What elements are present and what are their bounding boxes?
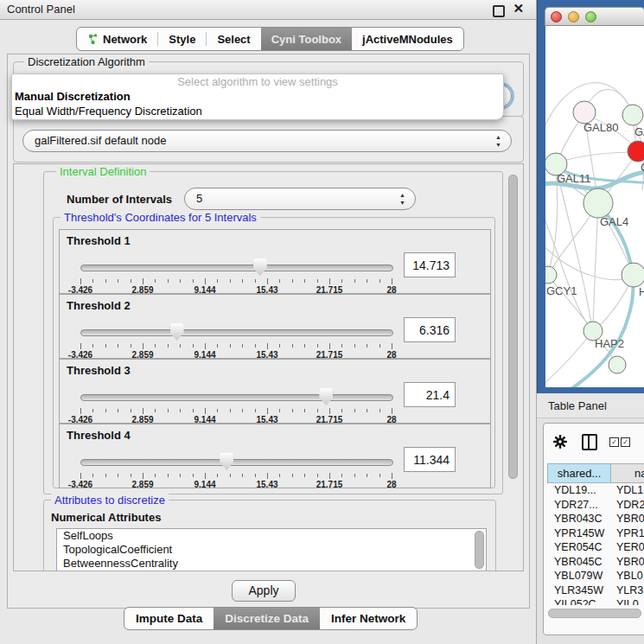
node-label: C — [641, 161, 644, 174]
list-item[interactable]: BetweennessCentrality — [57, 557, 486, 571]
slider-thumb[interactable] — [170, 323, 184, 341]
cell-shared-name: YPR145W — [547, 526, 611, 541]
number-of-intervals-combobox[interactable]: 5 ▲▼ — [184, 188, 416, 210]
slider-track[interactable] — [80, 329, 393, 336]
tab-infer-network[interactable]: Infer Network — [320, 608, 417, 629]
network-node[interactable] — [545, 266, 557, 284]
cyni-toolbox-panel: Discretization Algorithm ▲▼ Select algor… — [7, 54, 530, 609]
cell-name: YDL1 — [611, 483, 644, 498]
slider-thumb[interactable] — [253, 258, 267, 276]
group-label: Attributes to discretize — [51, 494, 169, 507]
tab-label: jActiveMNodules — [362, 33, 453, 46]
network-node[interactable] — [622, 263, 644, 287]
list-item[interactable]: SelfLoops — [57, 529, 486, 543]
node-label: GAL11 — [557, 172, 591, 185]
network-canvas[interactable]: GAL80GACGAL11GAL4GCY1HHAP2 — [545, 26, 644, 387]
horizontal-scrollbar[interactable] — [548, 609, 641, 618]
combo-spinner-icon: ▲▼ — [495, 133, 501, 149]
table-rows: YDL19...YDL1YDR27...YDR2YBR043CYBR0YPR14… — [547, 483, 644, 605]
tab-network[interactable]: Network — [77, 28, 157, 50]
network-node[interactable] — [628, 141, 644, 162]
slider-track[interactable] — [80, 394, 393, 401]
network-node[interactable] — [583, 188, 613, 218]
minimize-traffic-light-icon[interactable] — [568, 11, 579, 22]
slider-track[interactable] — [80, 265, 393, 271]
group-label: Discretization Algorithm — [24, 55, 149, 68]
table-row[interactable]: YDL19...YDL1 — [547, 483, 644, 498]
table-row[interactable]: YER054CYER0 — [547, 540, 644, 555]
threshold-1-slider[interactable]: -3.4262.8599.14415.4321.71528 — [80, 256, 392, 292]
vertical-scrollbar[interactable] — [508, 175, 518, 479]
dropdown-option-manual[interactable]: Manual Discretization — [12, 89, 503, 104]
numerical-attributes-list[interactable]: SelfLoopsTopologicalCoefficientBetweenne… — [56, 528, 487, 571]
threshold-4-value-field[interactable]: 11.344 — [404, 447, 456, 472]
tab-label: Discretize Data — [225, 612, 309, 625]
tab-impute-data[interactable]: Impute Data — [124, 608, 214, 629]
threshold-2-slider[interactable]: -3.4262.8599.14415.4321.71528 — [80, 321, 392, 357]
columns-icon[interactable] — [582, 434, 597, 450]
threshold-4-slider[interactable]: -3.4262.8599.14415.4321.71528 — [80, 450, 392, 487]
close-traffic-light-icon[interactable] — [551, 11, 562, 22]
tab-select[interactable]: Select — [207, 28, 260, 50]
cell-shared-name: YIL052C — [547, 597, 611, 605]
network-node[interactable] — [622, 105, 643, 125]
tab-jactivemnodules[interactable]: jActiveMNodules — [352, 28, 463, 50]
tab-discretize-data[interactable]: Discretize Data — [214, 608, 320, 629]
table-row[interactable]: YBR043CYBR0 — [547, 512, 644, 526]
checkbox-icon: ✓ — [609, 437, 619, 447]
threshold-3-value-field[interactable]: 21.4 — [404, 382, 456, 407]
table-row[interactable]: YIL052CYIL0 — [547, 597, 644, 605]
attributes-group: Attributes to discretize Numerical Attri… — [43, 500, 496, 571]
node-label: GA — [634, 125, 644, 138]
gear-icon[interactable] — [553, 435, 567, 449]
group-label: Threshold's Coordinates for 5 Intervals — [61, 211, 260, 224]
cell-name: YBR0 — [611, 555, 644, 570]
threshold-3-slider[interactable]: -3.4262.8599.14415.4321.71528 — [80, 386, 392, 422]
list-scrollbar[interactable] — [475, 531, 484, 569]
threshold-2-value-field[interactable]: 6.316 — [404, 317, 456, 342]
slider-ticks — [80, 343, 392, 349]
slider-thumb[interactable] — [319, 388, 333, 405]
interval-definition-group: Interval Definition Number of Intervals … — [43, 171, 503, 494]
combo-value: 5 — [196, 188, 202, 209]
table-data-combobox[interactable]: galFiltered.sif default node ▲▼ — [22, 130, 512, 152]
list-item[interactable]: TopologicalCoefficient — [57, 543, 486, 557]
cell-name: YLR3 — [611, 583, 644, 598]
table-row[interactable]: YDR27...YDR2 — [547, 498, 644, 513]
slider-track[interactable] — [80, 459, 393, 466]
table-row[interactable]: YPR145WYPR1 — [547, 526, 644, 541]
slider-tick-labels: -3.4262.8599.14415.4321.71528 — [80, 480, 392, 490]
number-of-intervals-label: Number of Intervals — [67, 193, 172, 206]
select-columns-checkboxes[interactable]: ✓ ✓ — [609, 437, 632, 447]
dropdown-option-equal-width[interactable]: Equal Width/Frequency Discretization — [12, 104, 503, 118]
cell-shared-name: YBR045C — [547, 555, 611, 570]
checkbox-icon: ✓ — [621, 437, 630, 447]
threshold-label: Threshold 3 — [67, 364, 131, 377]
table-row[interactable]: YLR345WYLR3 — [547, 583, 644, 598]
network-icon — [87, 34, 99, 45]
column-header-shared-name[interactable]: shared... — [547, 463, 611, 483]
column-header-name[interactable]: na — [611, 463, 644, 483]
zoom-traffic-light-icon[interactable] — [585, 11, 596, 22]
tab-cyni-toolbox[interactable]: Cyni Toolbox — [261, 28, 352, 50]
cell-name: YIL0 — [611, 597, 644, 605]
threshold-label: Threshold 4 — [67, 429, 131, 442]
table-row[interactable]: YBL079WYBL0 — [547, 569, 644, 583]
close-icon[interactable]: ✕ — [513, 1, 524, 16]
cell-name: YPR1 — [611, 526, 644, 541]
tab-style[interactable]: Style — [158, 28, 206, 50]
cell-name: YER0 — [611, 540, 644, 555]
float-window-icon[interactable] — [493, 5, 505, 17]
table-row[interactable]: YBR045CYBR0 — [547, 555, 644, 570]
apply-button[interactable]: Apply — [232, 580, 296, 602]
numerical-attributes-label: Numerical Attributes — [51, 511, 161, 524]
slider-thumb[interactable] — [220, 453, 233, 470]
combo-value: galFiltered.sif default node — [35, 131, 166, 151]
network-window-titlebar — [545, 7, 644, 26]
threshold-1-value-field[interactable]: 14.713 — [404, 252, 456, 277]
table-panel-title: Table Panel — [548, 399, 607, 412]
threshold-1-box: Threshold 1 -3.4262.8599.14415.4321.7152… — [59, 229, 491, 294]
network-node[interactable] — [609, 356, 626, 373]
threshold-label: Threshold 2 — [67, 299, 131, 312]
cell-shared-name: YDR27... — [547, 498, 611, 513]
